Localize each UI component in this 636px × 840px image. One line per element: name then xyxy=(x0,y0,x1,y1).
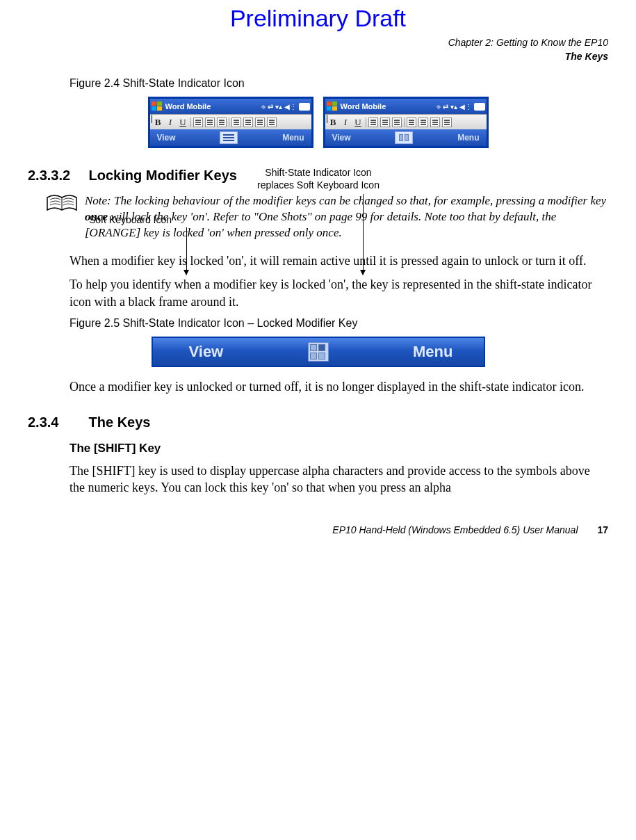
toolbar-separator xyxy=(404,118,405,127)
volume-icon: ◀⋮ xyxy=(459,103,472,111)
align-left-icon[interactable] xyxy=(368,118,378,127)
bottom-menubar: View Menu xyxy=(325,129,487,146)
underline-button[interactable]: U xyxy=(353,117,364,128)
align-center-icon[interactable] xyxy=(380,118,390,127)
italic-button[interactable]: I xyxy=(165,117,176,128)
numbering-icon[interactable] xyxy=(243,118,253,127)
connectivity-icon: ⇄ xyxy=(268,103,273,111)
shift-key-heading: The [SHIFT] Key xyxy=(70,442,608,455)
shift-state-replaces-label-l1: Shift-State Indicator Icon xyxy=(242,166,395,179)
page-footer: EP10 Hand-Held (Windows Embedded 6.5) Us… xyxy=(28,524,608,535)
menu-menu-large[interactable]: Menu xyxy=(413,343,452,361)
app-title: Word Mobile xyxy=(165,102,259,111)
header-chapter: Chapter 2: Getting to Know the EP10 xyxy=(28,36,608,50)
preliminary-draft-watermark: Preliminary Draft xyxy=(28,5,608,32)
body-paragraph-3: Once a modifier key is unlocked or turne… xyxy=(70,378,608,395)
body-paragraph-1: When a modifier key is locked 'on', it w… xyxy=(70,252,608,269)
toolbar-separator xyxy=(366,118,366,127)
shift-state-replaces-label-l2: replaces Soft Keyboard Icon xyxy=(242,179,395,191)
bullets-icon[interactable] xyxy=(231,118,241,127)
note-book-icon xyxy=(46,193,78,214)
underline-button[interactable]: U xyxy=(178,117,188,128)
view-menu[interactable]: View xyxy=(157,133,176,143)
shift-state-replaces-label: Shift-State Indicator Icon replaces Soft… xyxy=(242,166,395,191)
bottom-menubar: View Menu xyxy=(150,129,311,146)
numbering-icon[interactable] xyxy=(418,118,428,127)
arrow-to-soft-keyboard xyxy=(186,227,187,275)
figure-2-4-caption: Figure 2.4 Shift-State Indicator Icon xyxy=(70,77,608,90)
titlebar: Word Mobile ⎆ ⇄ ▾▴ ◀⋮ ok xyxy=(325,99,487,114)
volume-icon: ◀⋮ xyxy=(284,103,297,111)
device-screenshot-left: Word Mobile ⎆ ⇄ ▾▴ ◀⋮ ok B I U xyxy=(148,97,313,148)
section-number: 2.3.3.2 xyxy=(28,168,85,184)
section-2-3-4-heading: 2.3.4 The Keys xyxy=(28,414,608,430)
outdent-icon[interactable] xyxy=(430,118,440,127)
titlebar: Word Mobile ⎆ ⇄ ▾▴ ◀⋮ ok xyxy=(150,99,311,114)
arrow-to-shift-state-icon xyxy=(363,194,364,275)
view-menu[interactable]: View xyxy=(332,133,351,143)
view-menu-large[interactable]: View xyxy=(189,343,224,361)
soft-keyboard-icon[interactable] xyxy=(220,131,238,144)
soft-keyboard-label: Soft Keyboard Icon xyxy=(89,213,172,226)
system-tray: ⎆ ⇄ ▾▴ ◀⋮ ok xyxy=(261,103,310,111)
menu-menu[interactable]: Menu xyxy=(282,133,304,143)
text-cursor xyxy=(327,115,327,123)
body-paragraph-2: To help you identify when a modifier key… xyxy=(70,276,608,310)
shift-state-indicator-icon[interactable] xyxy=(395,131,413,144)
signal-icon: ▾▴ xyxy=(275,103,282,111)
signal-icon: ▾▴ xyxy=(450,103,457,111)
bold-button[interactable]: B xyxy=(328,117,339,128)
header-section: The Keys xyxy=(28,50,608,64)
ok-button[interactable]: ok xyxy=(474,103,485,111)
connectivity-icon: ⇄ xyxy=(443,103,448,111)
page-header: Chapter 2: Getting to Know the EP10 The … xyxy=(28,36,608,63)
figure-2-4-screenshots: Soft Keyboard Icon Shift-State Indicator… xyxy=(28,97,608,148)
body-paragraph-4: The [SHIFT] key is used to display upper… xyxy=(70,462,608,496)
note-body-pre: The locking behaviour of the modifier ke… xyxy=(114,194,606,207)
indent-icon[interactable] xyxy=(267,118,277,127)
italic-button[interactable]: I xyxy=(341,117,351,128)
ok-button[interactable]: ok xyxy=(299,103,310,111)
align-center-icon[interactable] xyxy=(205,118,215,127)
align-right-icon[interactable] xyxy=(217,118,227,127)
start-flag-icon xyxy=(327,102,338,111)
start-flag-icon xyxy=(152,102,163,111)
section-number: 2.3.4 xyxy=(28,414,85,430)
system-tray: ⎆ ⇄ ▾▴ ◀⋮ ok xyxy=(437,103,485,111)
footer-page-number: 17 xyxy=(597,524,608,535)
indent-icon[interactable] xyxy=(442,118,452,127)
shift-state-locked-icon[interactable] xyxy=(308,342,329,362)
formatting-toolbar: B I U xyxy=(150,114,311,129)
figure-2-5-caption: Figure 2.5 Shift-State Indicator Icon – … xyxy=(70,317,608,330)
figure-2-5-menubar: View Menu xyxy=(152,337,485,367)
bullets-icon[interactable] xyxy=(407,118,416,127)
outdent-icon[interactable] xyxy=(255,118,265,127)
footer-manual-title: EP10 Hand-Held (Windows Embedded 6.5) Us… xyxy=(332,524,578,535)
formatting-toolbar: B I U xyxy=(325,114,487,129)
device-screenshot-right: Word Mobile ⎆ ⇄ ▾▴ ◀⋮ ok B I U xyxy=(323,97,489,148)
text-cursor xyxy=(152,115,152,123)
note-label: Note: xyxy=(85,194,111,207)
section-title: The Keys xyxy=(89,414,151,430)
section-title: Locking Modifier Keys xyxy=(89,168,237,183)
align-right-icon[interactable] xyxy=(392,118,402,127)
app-title: Word Mobile xyxy=(341,102,434,111)
tray-icon: ⎆ xyxy=(437,103,441,111)
bold-button[interactable]: B xyxy=(153,117,163,128)
toolbar-separator xyxy=(190,118,191,127)
tray-icon: ⎆ xyxy=(261,103,266,111)
align-left-icon[interactable] xyxy=(193,118,203,127)
toolbar-separator xyxy=(229,118,229,127)
menu-menu[interactable]: Menu xyxy=(457,133,479,143)
